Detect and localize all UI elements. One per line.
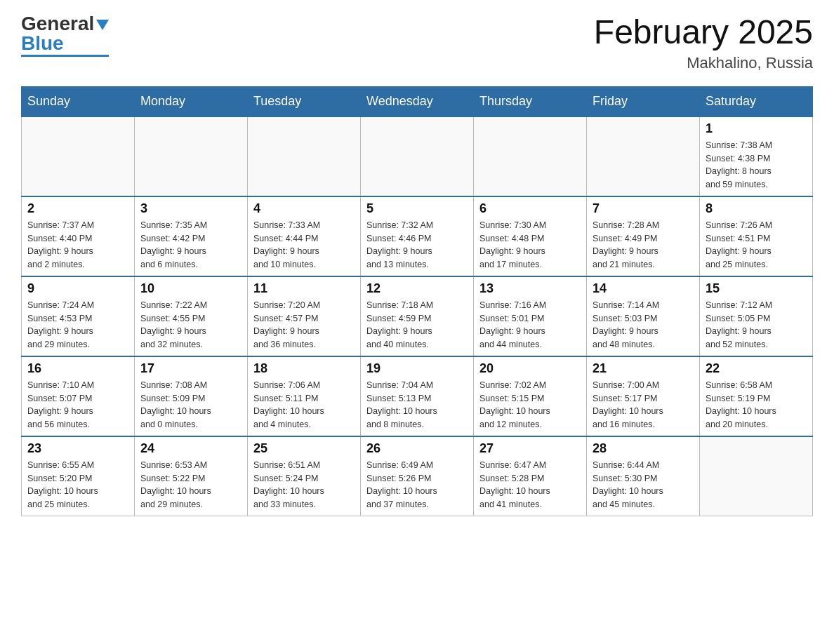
day-number: 27 [479,441,581,456]
day-info: Sunrise: 6:53 AMSunset: 5:22 PMDaylight:… [140,459,241,511]
calendar-header-row: Sunday Monday Tuesday Wednesday Thursday… [22,86,813,116]
col-thursday: Thursday [474,86,587,116]
day-info: Sunrise: 6:49 AMSunset: 5:26 PMDaylight:… [366,459,468,511]
calendar-cell: 19Sunrise: 7:04 AMSunset: 5:13 PMDayligh… [361,356,474,436]
calendar-week-2: 2Sunrise: 7:37 AMSunset: 4:40 PMDaylight… [22,196,813,276]
calendar-table: Sunday Monday Tuesday Wednesday Thursday… [21,86,813,516]
day-number: 26 [366,441,468,456]
location: Makhalino, Russia [594,54,813,72]
day-number: 9 [27,281,128,296]
calendar-cell: 3Sunrise: 7:35 AMSunset: 4:42 PMDaylight… [135,196,248,276]
calendar-cell: 6Sunrise: 7:30 AMSunset: 4:48 PMDaylight… [474,196,587,276]
day-info: Sunrise: 6:44 AMSunset: 5:30 PMDaylight:… [593,459,694,511]
calendar-week-5: 23Sunrise: 6:55 AMSunset: 5:20 PMDayligh… [22,436,813,516]
col-monday: Monday [135,86,248,116]
calendar-cell: 5Sunrise: 7:32 AMSunset: 4:46 PMDaylight… [361,196,474,276]
col-saturday: Saturday [700,86,813,116]
month-title: February 2025 [594,14,813,51]
day-info: Sunrise: 7:38 AMSunset: 4:38 PMDaylight:… [706,139,807,192]
calendar-cell: 28Sunrise: 6:44 AMSunset: 5:30 PMDayligh… [587,436,700,516]
col-wednesday: Wednesday [361,86,474,116]
day-number: 25 [253,441,355,456]
calendar-cell: 8Sunrise: 7:26 AMSunset: 4:51 PMDaylight… [700,196,813,276]
calendar-cell [700,436,813,516]
day-number: 20 [479,361,581,376]
day-number: 10 [140,281,241,296]
calendar-cell: 17Sunrise: 7:08 AMSunset: 5:09 PMDayligh… [135,356,248,436]
title-section: February 2025 Makhalino, Russia [594,14,813,72]
day-info: Sunrise: 7:02 AMSunset: 5:15 PMDaylight:… [479,379,581,431]
calendar-cell: 18Sunrise: 7:06 AMSunset: 5:11 PMDayligh… [248,356,361,436]
calendar-cell: 20Sunrise: 7:02 AMSunset: 5:15 PMDayligh… [474,356,587,436]
day-info: Sunrise: 7:22 AMSunset: 4:55 PMDaylight:… [140,299,241,351]
day-number: 1 [706,121,807,136]
day-number: 16 [27,361,128,376]
day-number: 15 [706,281,807,296]
calendar-cell: 13Sunrise: 7:16 AMSunset: 5:01 PMDayligh… [474,276,587,356]
calendar-week-3: 9Sunrise: 7:24 AMSunset: 4:53 PMDaylight… [22,276,813,356]
calendar-cell [361,116,474,196]
calendar-cell: 11Sunrise: 7:20 AMSunset: 4:57 PMDayligh… [248,276,361,356]
calendar-cell: 1Sunrise: 7:38 AMSunset: 4:38 PMDaylight… [700,116,813,196]
day-number: 5 [366,201,468,216]
day-number: 24 [140,441,241,456]
calendar-cell: 22Sunrise: 6:58 AMSunset: 5:19 PMDayligh… [700,356,813,436]
day-info: Sunrise: 7:00 AMSunset: 5:17 PMDaylight:… [593,379,694,431]
calendar-cell [474,116,587,196]
day-info: Sunrise: 7:26 AMSunset: 4:51 PMDaylight:… [706,219,807,271]
day-info: Sunrise: 7:04 AMSunset: 5:13 PMDaylight:… [366,379,468,431]
day-number: 14 [593,281,694,296]
calendar-cell: 14Sunrise: 7:14 AMSunset: 5:03 PMDayligh… [587,276,700,356]
day-number: 3 [140,201,241,216]
logo-text: GeneralBlue [21,14,109,53]
logo-blue: Blue [21,32,64,54]
calendar-week-4: 16Sunrise: 7:10 AMSunset: 5:07 PMDayligh… [22,356,813,436]
calendar-cell: 27Sunrise: 6:47 AMSunset: 5:28 PMDayligh… [474,436,587,516]
day-info: Sunrise: 6:58 AMSunset: 5:19 PMDaylight:… [706,379,807,431]
day-info: Sunrise: 7:28 AMSunset: 4:49 PMDaylight:… [593,219,694,271]
day-info: Sunrise: 7:35 AMSunset: 4:42 PMDaylight:… [140,219,241,271]
day-number: 19 [366,361,468,376]
calendar-cell: 10Sunrise: 7:22 AMSunset: 4:55 PMDayligh… [135,276,248,356]
calendar-cell: 16Sunrise: 7:10 AMSunset: 5:07 PMDayligh… [22,356,135,436]
day-number: 17 [140,361,241,376]
day-number: 11 [253,281,355,296]
calendar-cell: 21Sunrise: 7:00 AMSunset: 5:17 PMDayligh… [587,356,700,436]
calendar-cell: 25Sunrise: 6:51 AMSunset: 5:24 PMDayligh… [248,436,361,516]
day-info: Sunrise: 6:47 AMSunset: 5:28 PMDaylight:… [479,459,581,511]
logo-underline [21,55,109,57]
day-info: Sunrise: 7:33 AMSunset: 4:44 PMDaylight:… [253,219,355,271]
col-sunday: Sunday [22,86,135,116]
day-info: Sunrise: 7:08 AMSunset: 5:09 PMDaylight:… [140,379,241,431]
day-number: 2 [27,201,128,216]
day-info: Sunrise: 7:06 AMSunset: 5:11 PMDaylight:… [253,379,355,431]
day-info: Sunrise: 7:37 AMSunset: 4:40 PMDaylight:… [27,219,128,271]
day-number: 23 [27,441,128,456]
calendar-cell: 7Sunrise: 7:28 AMSunset: 4:49 PMDaylight… [587,196,700,276]
calendar-cell: 9Sunrise: 7:24 AMSunset: 4:53 PMDaylight… [22,276,135,356]
day-number: 18 [253,361,355,376]
calendar-cell: 26Sunrise: 6:49 AMSunset: 5:26 PMDayligh… [361,436,474,516]
day-info: Sunrise: 7:12 AMSunset: 5:05 PMDaylight:… [706,299,807,351]
day-number: 28 [593,441,694,456]
calendar-cell [248,116,361,196]
calendar-cell: 23Sunrise: 6:55 AMSunset: 5:20 PMDayligh… [22,436,135,516]
day-info: Sunrise: 7:20 AMSunset: 4:57 PMDaylight:… [253,299,355,351]
col-tuesday: Tuesday [248,86,361,116]
calendar-week-1: 1Sunrise: 7:38 AMSunset: 4:38 PMDaylight… [22,116,813,196]
day-number: 6 [479,201,581,216]
calendar-cell: 2Sunrise: 7:37 AMSunset: 4:40 PMDaylight… [22,196,135,276]
calendar-cell: 24Sunrise: 6:53 AMSunset: 5:22 PMDayligh… [135,436,248,516]
day-info: Sunrise: 7:16 AMSunset: 5:01 PMDaylight:… [479,299,581,351]
day-number: 7 [593,201,694,216]
day-info: Sunrise: 6:51 AMSunset: 5:24 PMDaylight:… [253,459,355,511]
col-friday: Friday [587,86,700,116]
logo: GeneralBlue [21,14,109,57]
day-number: 8 [706,201,807,216]
day-info: Sunrise: 7:10 AMSunset: 5:07 PMDaylight:… [27,379,128,431]
calendar-cell: 4Sunrise: 7:33 AMSunset: 4:44 PMDaylight… [248,196,361,276]
day-info: Sunrise: 7:30 AMSunset: 4:48 PMDaylight:… [479,219,581,271]
day-info: Sunrise: 6:55 AMSunset: 5:20 PMDaylight:… [27,459,128,511]
calendar-cell [587,116,700,196]
day-info: Sunrise: 7:24 AMSunset: 4:53 PMDaylight:… [27,299,128,351]
